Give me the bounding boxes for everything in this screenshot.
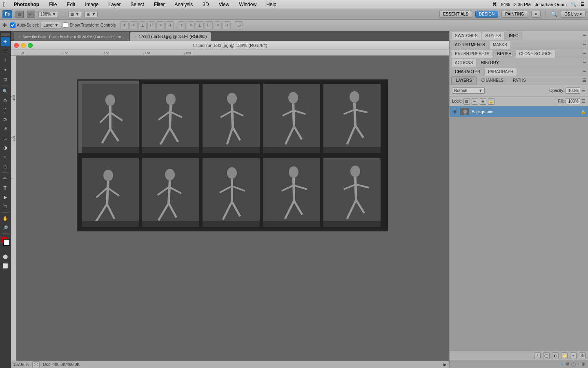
type-tool-btn[interactable]: T (1, 183, 10, 192)
eyedropper-tool-btn[interactable]: 🔍 (1, 87, 10, 96)
status-arrow[interactable]: ▶ (443, 362, 447, 367)
opacity-scrub-icon[interactable]: ☰ (581, 88, 586, 93)
panel-footer-icon-1[interactable]: 🔗 (559, 362, 564, 366)
layer-group-btn[interactable]: 📁 (561, 352, 568, 359)
panel-footer-icon-5[interactable]: 🗑 (581, 362, 586, 366)
hand-tool-btn[interactable]: ✋ (1, 214, 10, 223)
marquee-tool-btn[interactable]: ⬚ (1, 47, 10, 56)
zoom-tool-btn[interactable]: 🔎 (1, 223, 10, 232)
panel-footer-icon-3[interactable]: ◯ (571, 362, 576, 366)
quick-mask-btn[interactable]: ⬤ (1, 252, 10, 261)
layer-mask-btn[interactable]: ◯ (543, 352, 550, 359)
search-icon-bar[interactable]: 🔍 (551, 11, 557, 17)
tab-adjustments[interactable]: ADJUSTMENTS (451, 40, 489, 49)
tab-character[interactable]: CHARACTER (451, 67, 484, 76)
brush-tool-btn[interactable]: ∫ (1, 105, 10, 114)
tab1-close[interactable]: × (18, 35, 20, 39)
screen-mode-btn[interactable]: ⬜ (1, 261, 10, 270)
align-top-btn[interactable]: ⊤ (120, 21, 129, 29)
close-btn[interactable] (14, 43, 19, 48)
menu-help[interactable]: Help (265, 2, 278, 7)
panel-menu-icon-1[interactable]: ☰ (583, 32, 586, 36)
blur-tool-btn[interactable]: ○ (1, 153, 10, 162)
layer-visibility-eye[interactable]: 👁 (452, 109, 458, 114)
menu-3d[interactable]: 3D (201, 2, 210, 7)
auto-select-checkbox[interactable] (10, 22, 16, 28)
tab-layers[interactable]: LAYERS (451, 76, 477, 85)
distribute-left-btn[interactable]: ⊢ (205, 21, 213, 29)
align-right-btn[interactable]: ⊣ (165, 21, 174, 29)
view-options-dropdown[interactable]: ▦▼ (68, 11, 81, 17)
lock-pixels-btn[interactable]: ▦ (463, 98, 470, 105)
show-transform-checkbox[interactable] (63, 22, 68, 28)
distribute-bottom-btn[interactable]: ⊥ (196, 21, 204, 29)
search-icon[interactable]: 🔍 (571, 2, 577, 7)
eraser-tool-btn[interactable]: ▭ (1, 134, 10, 143)
layer-item-background[interactable]: 👁 Background 🔒 (450, 106, 588, 117)
pen-tool-btn[interactable]: ✏ (1, 174, 10, 183)
design-btn[interactable]: DESIGN (475, 11, 498, 18)
info-btn[interactable]: ⓘ (32, 361, 40, 368)
panel-footer-icon-2[interactable]: 🛠 (566, 362, 570, 366)
menu-window[interactable]: Window (237, 2, 258, 7)
cs-live-btn[interactable]: CS Live ▾ (561, 11, 586, 18)
panel-footer-icon-4[interactable]: + (577, 362, 580, 366)
tab-swatches[interactable]: SWATCHES (451, 31, 481, 40)
canvas-scroll-area[interactable] (16, 56, 449, 361)
notification-icon[interactable]: ☰ (581, 2, 585, 7)
tab-history[interactable]: HISTORY (477, 58, 502, 67)
tab-masks[interactable]: MASKS (489, 40, 511, 49)
gradient-tool-btn[interactable]: ◑ (1, 143, 10, 152)
layer-adjustment-btn[interactable]: ◐ (552, 352, 559, 359)
minimize-btn[interactable] (21, 43, 26, 48)
tab-clone-source[interactable]: CLONE SOURCE (515, 49, 555, 58)
distribute-hcenter-btn[interactable]: ≡ (214, 21, 222, 29)
tab-styles[interactable]: STYLES (482, 31, 505, 40)
painting-btn[interactable]: PAINTING (501, 11, 528, 18)
opacity-input[interactable]: 100% (566, 88, 580, 94)
align-hcenter-btn[interactable]: ≡ (156, 21, 165, 29)
layers-menu-btn[interactable]: ☰ (582, 78, 586, 83)
menu-edit[interactable]: Edit (65, 2, 77, 7)
menu-filter[interactable]: Filter (152, 2, 167, 7)
healing-tool-btn[interactable]: ⊕ (1, 96, 10, 105)
distribute-top-btn[interactable]: ⊤ (178, 21, 186, 29)
menu-image[interactable]: Image (83, 2, 100, 7)
menu-photoshop[interactable]: Photoshop (12, 2, 41, 7)
tab-paragraph[interactable]: PARAGRAPH (484, 67, 517, 76)
tab-actions[interactable]: ACTIONS (451, 58, 477, 67)
tab-channels[interactable]: CHANNELS (477, 76, 508, 85)
zoom-dropdown[interactable]: 138% ▼ (38, 11, 58, 17)
auto-distribute-btn[interactable]: ▭ (235, 21, 243, 29)
panel-menu-icon-4[interactable]: ☰ (583, 59, 586, 63)
crop-tool-btn[interactable]: ⊡ (1, 75, 10, 84)
maximize-btn[interactable] (28, 43, 33, 48)
lock-all-btn[interactable]: 🔒 (488, 98, 494, 105)
bridge-button[interactable]: Br (16, 11, 24, 18)
align-vcenter-btn[interactable]: ≡ (129, 21, 138, 29)
panel-menu-icon-5[interactable]: ☰ (583, 68, 586, 72)
distribute-vcenter-btn[interactable]: ≡ (187, 21, 195, 29)
path-select-btn[interactable]: ▶ (1, 193, 10, 202)
align-bottom-btn[interactable]: ⊥ (138, 21, 147, 29)
layer-style-btn[interactable]: ƒ (534, 352, 541, 359)
essentials-btn[interactable]: ESSENTIALS (439, 11, 472, 18)
clone-stamp-btn[interactable]: ⊘ (1, 115, 10, 124)
menu-analysis[interactable]: Analysis (173, 2, 195, 7)
tab-brush[interactable]: BRUSH (493, 49, 515, 58)
dodge-tool-btn[interactable]: ◌ (1, 162, 10, 171)
shape-tool-btn[interactable]: □ (1, 202, 10, 211)
tab-info[interactable]: INFO (505, 31, 522, 40)
panel-menu-icon-2[interactable]: ☰ (583, 41, 586, 45)
menu-file[interactable]: File (47, 2, 58, 7)
fill-input[interactable]: 100% (566, 98, 580, 104)
lasso-tool-btn[interactable]: ⌇ (1, 56, 10, 65)
panel-menu-icon-3[interactable]: ☰ (583, 50, 586, 54)
menu-select[interactable]: Select (129, 2, 146, 7)
tab-paths[interactable]: PATHS (508, 76, 530, 85)
blend-mode-dropdown[interactable]: Normal ▼ (452, 88, 485, 94)
fill-scrub-icon[interactable]: ☰ (581, 99, 586, 104)
tab-brush-presets[interactable]: BRUSH PRESETS (451, 49, 493, 58)
mini-bridge-button[interactable]: Mb (27, 11, 35, 18)
arrange-dropdown[interactable]: ▣▼ (85, 11, 98, 17)
